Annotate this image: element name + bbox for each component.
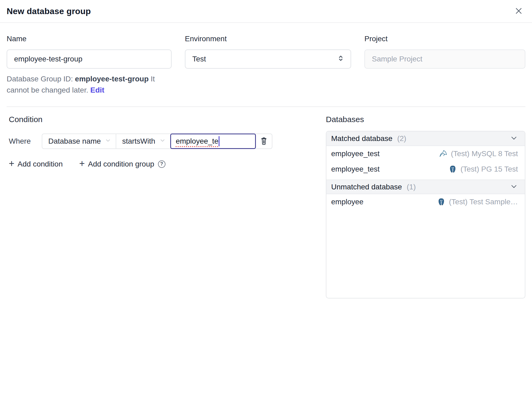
- database-name: employee_test: [331, 165, 380, 173]
- unmatched-database-header[interactable]: Unmatched database (1): [326, 180, 525, 194]
- environment-field-group: Environment Test: [185, 35, 351, 96]
- delete-condition-button[interactable]: [256, 134, 272, 148]
- chevron-down-icon: [105, 137, 111, 146]
- environment-select[interactable]: Test: [185, 49, 351, 69]
- group-id-hint-prefix: Database Group ID:: [7, 75, 75, 83]
- name-label: Name: [7, 35, 172, 43]
- add-condition-button[interactable]: + Add condition: [9, 160, 63, 168]
- edit-group-id-link[interactable]: Edit: [90, 86, 104, 94]
- condition-value-text: employee_te: [176, 137, 218, 146]
- condition-group: Database name startsWith e: [42, 134, 272, 149]
- mysql-icon: [439, 149, 448, 158]
- project-input: [364, 49, 525, 69]
- where-label: Where: [9, 137, 31, 146]
- add-condition-label: Add condition: [18, 160, 63, 168]
- condition-section: Condition Where Database name startsWith: [7, 115, 313, 298]
- condition-factor-select[interactable]: Database name: [42, 134, 116, 148]
- matched-database-title-text: Matched database: [331, 134, 392, 143]
- dialog-title: New database group: [7, 6, 91, 16]
- text-caret: [219, 136, 219, 146]
- database-row[interactable]: employee (Tes: [326, 194, 525, 210]
- add-condition-group-label: Add condition group: [88, 160, 154, 168]
- databases-panel: Matched database (2) employee_test: [326, 131, 525, 298]
- database-instance-label: (Test) MySQL 8 Test: [451, 149, 518, 158]
- form-row: Name Database Group ID: employee-test-gr…: [7, 35, 525, 96]
- condition-heading: Condition: [9, 115, 313, 124]
- condition-value-input[interactable]: employee_te: [170, 134, 256, 149]
- condition-operator-value: startsWith: [122, 137, 155, 146]
- unmatched-database-title-text: Unmatched database: [331, 183, 402, 191]
- postgresql-icon: [448, 165, 457, 174]
- database-name: employee: [331, 198, 363, 206]
- chevron-down-icon: [510, 182, 518, 192]
- condition-factor-value: Database name: [48, 137, 101, 146]
- main-area: Condition Where Database name startsWith: [7, 115, 525, 298]
- matched-database-rows: employee_test (Test) MySQL 8 Test: [326, 146, 525, 180]
- dialog-body: Name Database Group ID: employee-test-gr…: [0, 23, 532, 399]
- group-id-hint: Database Group ID: employee-test-group I…: [7, 73, 173, 96]
- matched-database-title: Matched database (2): [331, 134, 406, 143]
- select-arrows-icon: [337, 54, 345, 64]
- chevron-down-icon: [510, 134, 518, 143]
- condition-operator-select[interactable]: startsWith: [116, 134, 170, 148]
- database-name: employee_test: [331, 149, 380, 158]
- database-row[interactable]: employee_test: [326, 161, 525, 177]
- trash-icon: [260, 136, 268, 146]
- environment-label: Environment: [185, 35, 351, 43]
- close-button[interactable]: [513, 5, 525, 17]
- unmatched-database-rows: employee (Tes: [326, 194, 525, 212]
- dialog-header: New database group: [0, 0, 532, 23]
- condition-actions: + Add condition + Add condition group ?: [9, 160, 313, 168]
- database-instance: (Test) MySQL 8 Test: [439, 149, 518, 158]
- database-row[interactable]: employee_test (Test) MySQL 8 Test: [326, 146, 525, 161]
- new-database-group-dialog: New database group Name Database Group I…: [0, 0, 532, 399]
- name-field-group: Name Database Group ID: employee-test-gr…: [7, 35, 172, 96]
- unmatched-database-count: (1): [407, 183, 416, 191]
- close-icon: [514, 7, 523, 16]
- database-instance-label: (Test) PG 15 Test: [460, 165, 518, 173]
- database-instance: (Test) PG 15 Test: [448, 165, 518, 174]
- database-instance-label: (Test) Test Sample…: [449, 198, 518, 206]
- help-icon[interactable]: ?: [158, 160, 165, 168]
- databases-heading: Databases: [326, 115, 525, 124]
- matched-database-header[interactable]: Matched database (2): [326, 131, 525, 146]
- group-id-value: employee-test-group: [75, 75, 149, 83]
- databases-section: Databases Matched database (2) em: [326, 115, 525, 298]
- postgresql-icon: [437, 197, 446, 206]
- database-instance: (Test) Test Sample…: [437, 197, 518, 206]
- project-field-group: Project: [364, 35, 525, 96]
- chevron-down-icon: [159, 137, 166, 146]
- matched-database-count: (2): [397, 134, 406, 143]
- project-label: Project: [364, 35, 525, 43]
- plus-icon: +: [79, 159, 85, 168]
- add-condition-group-button[interactable]: + Add condition group ?: [79, 160, 165, 168]
- name-input[interactable]: [7, 49, 172, 69]
- unmatched-database-title: Unmatched database (1): [331, 183, 416, 191]
- plus-icon: +: [9, 159, 14, 168]
- section-divider: [7, 106, 525, 107]
- environment-value: Test: [192, 55, 206, 63]
- condition-row: Where Database name startsWith: [9, 134, 313, 149]
